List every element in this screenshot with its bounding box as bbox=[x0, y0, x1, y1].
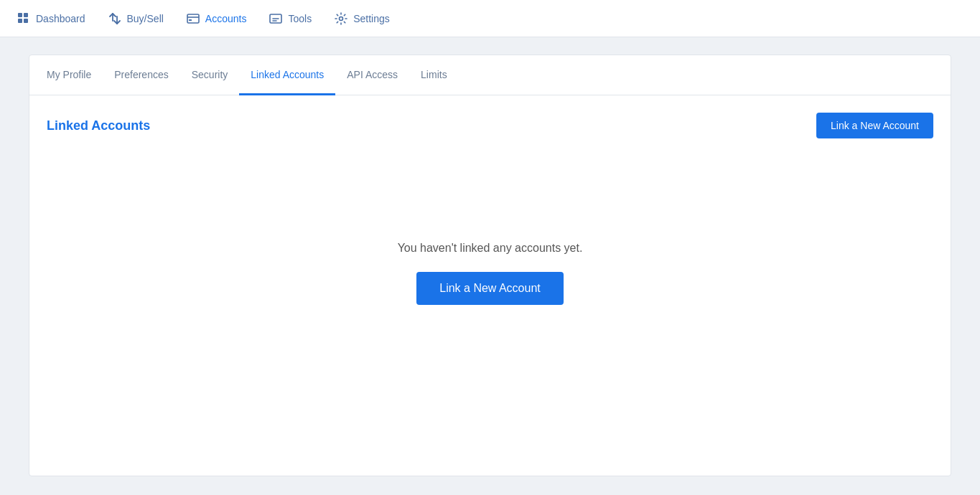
main-card: My Profile Preferences Security Linked A… bbox=[29, 55, 951, 476]
svg-rect-3 bbox=[24, 19, 28, 23]
link-new-account-button-top[interactable]: Link a New Account bbox=[816, 113, 933, 138]
nav-item-accounts[interactable]: Accounts bbox=[187, 12, 247, 25]
tools-icon bbox=[269, 12, 282, 25]
tab-limits[interactable]: Limits bbox=[409, 56, 459, 95]
tab-api-access[interactable]: API Access bbox=[335, 56, 409, 95]
content-header: Linked Accounts Link a New Account bbox=[47, 113, 933, 138]
nav-item-settings-label: Settings bbox=[353, 13, 390, 24]
nav-item-dashboard-label: Dashboard bbox=[36, 13, 85, 24]
link-new-account-button-center[interactable]: Link a New Account bbox=[416, 272, 564, 305]
content-area: Linked Accounts Link a New Account You h… bbox=[29, 95, 951, 476]
dashboard-icon bbox=[17, 12, 30, 25]
tab-my-profile[interactable]: My Profile bbox=[47, 56, 103, 95]
nav-items: Dashboard Buy/Sell bbox=[17, 12, 390, 25]
empty-state: You haven't linked any accounts yet. Lin… bbox=[47, 156, 933, 362]
svg-rect-2 bbox=[18, 19, 22, 23]
svg-rect-4 bbox=[187, 14, 199, 23]
nav-item-tools[interactable]: Tools bbox=[269, 12, 312, 25]
nav-item-buysell[interactable]: Buy/Sell bbox=[108, 12, 164, 25]
tab-preferences[interactable]: Preferences bbox=[103, 56, 179, 95]
page-wrapper: My Profile Preferences Security Linked A… bbox=[0, 37, 980, 495]
tab-linked-accounts[interactable]: Linked Accounts bbox=[239, 56, 335, 95]
buysell-icon bbox=[108, 12, 121, 25]
nav-item-settings[interactable]: Settings bbox=[335, 12, 390, 25]
svg-rect-1 bbox=[24, 13, 28, 17]
tabs-bar: My Profile Preferences Security Linked A… bbox=[29, 55, 951, 95]
empty-state-text: You haven't linked any accounts yet. bbox=[398, 242, 583, 255]
tab-security[interactable]: Security bbox=[180, 56, 240, 95]
nav-item-dashboard[interactable]: Dashboard bbox=[17, 12, 85, 25]
svg-point-7 bbox=[340, 16, 343, 20]
nav-item-accounts-label: Accounts bbox=[205, 13, 247, 24]
top-navigation: Dashboard Buy/Sell bbox=[0, 0, 980, 37]
page-title: Linked Accounts bbox=[47, 118, 150, 133]
svg-rect-0 bbox=[18, 13, 22, 17]
nav-item-tools-label: Tools bbox=[288, 13, 312, 24]
settings-icon bbox=[335, 12, 347, 25]
svg-rect-5 bbox=[189, 19, 192, 21]
nav-item-buysell-label: Buy/Sell bbox=[127, 13, 164, 24]
accounts-icon bbox=[187, 12, 200, 25]
